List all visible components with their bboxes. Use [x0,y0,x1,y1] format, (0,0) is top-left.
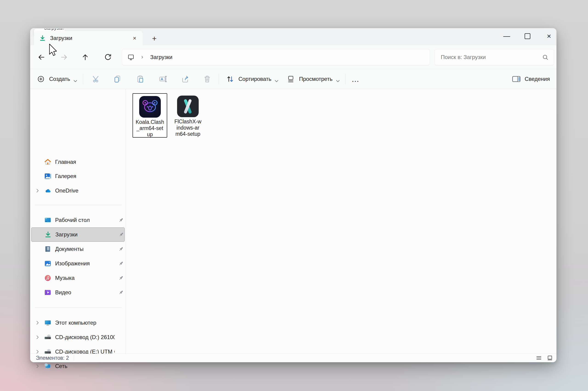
breadcrumb-chevron-icon [140,55,144,59]
refresh-icon [104,53,112,61]
breadcrumb-location[interactable]: Загрузки [150,54,172,60]
paste-icon [135,74,145,84]
computer-icon [44,319,51,326]
maximize-button[interactable] [520,30,535,42]
delete-button[interactable] [202,69,212,89]
details-pane-button[interactable]: Сведения [511,69,550,89]
expand-chevron-icon[interactable] [34,188,40,194]
rename-button[interactable] [158,69,168,89]
status-bar: Элементов: 2 [30,354,556,362]
rename-icon [158,74,168,84]
forward-button[interactable] [58,51,70,63]
file-name-line: indows-ar [170,125,206,131]
details-pane-icon [511,74,521,84]
search-input[interactable] [440,54,542,61]
pictures-icon [44,260,51,267]
close-button[interactable]: × [542,30,556,42]
sidebar-item-this-pc[interactable]: Этот компьютер [31,316,125,330]
sidebar-item-label: OneDrive [55,188,115,194]
expand-chevron-icon[interactable] [34,363,40,369]
minimize-button[interactable]: — [499,30,514,42]
create-label: Создать [49,76,70,82]
refresh-button[interactable] [102,51,114,63]
chevron-down-icon [73,77,78,81]
tab-title: Загрузки [50,35,131,41]
videos-icon [44,289,51,296]
back-button[interactable] [35,51,47,63]
chevron-down-icon [274,77,279,81]
sidebar-item-label: Музыка [55,275,115,281]
create-button[interactable]: Создать [36,69,78,89]
sidebar-item-label: CD-дисковод (D:) 26100.4349 [55,334,115,340]
sidebar-item-desktop[interactable]: Рабочий стол [31,213,125,227]
sort-button[interactable]: Сортировать [225,69,279,89]
details-view-toggle[interactable] [536,355,542,361]
sidebar-item-home[interactable]: Главная [31,155,125,169]
sidebar-item-gallery[interactable]: Галерея [31,169,125,183]
pin-icon [118,246,124,252]
flclashx-app-icon [177,96,199,117]
pin-icon [118,232,124,238]
expand-chevron-icon[interactable] [34,334,40,340]
ellipsis-icon: … [351,74,360,84]
maximize-icon [525,33,530,39]
sort-label: Сортировать [239,76,271,82]
tab-tooltip-text: Загрузки [44,29,64,31]
file-list-area[interactable]: Koala.Clash _arm64-set up FlClashX-w ind… [126,89,556,354]
desktop-icon [44,216,51,224]
sidebar-item-label: Видео [55,289,115,296]
view-button[interactable]: Просмотреть [286,69,340,89]
gallery-icon [44,173,51,180]
cut-button[interactable] [91,69,101,89]
sidebar-item-onedrive[interactable]: OneDrive [31,184,125,197]
paste-button[interactable] [135,69,145,89]
tab-strip: Загрузки Загрузки × + — × [30,28,556,45]
network-icon [44,363,51,370]
sidebar-item-label: Этот компьютер [55,319,115,326]
onedrive-icon [44,187,51,194]
view-icon [286,74,296,84]
content-area: Главная Галерея OneDrive [30,89,556,354]
sidebar-item-cd-drive-d[interactable]: CD-дисковод (D:) 26100.4349 [31,330,125,344]
sidebar-item-label: Галерея [55,173,115,180]
command-toolbar: Создать [30,69,556,89]
copy-button[interactable] [112,69,122,89]
large-icons-view-toggle[interactable] [547,355,553,361]
music-icon [44,274,51,282]
tab-downloads[interactable]: Загрузки × [34,31,143,45]
search-icon[interactable] [542,54,549,61]
download-icon [44,231,52,238]
cd-drive-icon [44,334,51,341]
plus-circle-icon [36,74,46,84]
up-arrow-icon [81,53,89,61]
file-name-line: Koala.Clash [133,119,167,125]
search-box[interactable] [434,49,554,65]
cut-icon [91,74,101,84]
tab-close-button[interactable]: × [131,34,139,42]
pin-icon [118,261,124,267]
file-flclashx-setup[interactable]: FlClashX-w indows-ar m64-setup [170,93,206,137]
sidebar-item-downloads[interactable]: Загрузки [31,227,125,242]
items-count: Элементов: 2 [36,355,69,361]
this-pc-icon[interactable] [127,54,135,61]
sidebar-item-videos[interactable]: Видео [31,286,125,299]
copy-icon [112,74,122,84]
file-koala-clash-setup[interactable]: Koala.Clash _arm64-set up [133,93,167,138]
sidebar-item-documents[interactable]: Документы [31,242,125,256]
up-button[interactable] [79,51,91,63]
new-tab-button[interactable]: + [149,33,160,43]
toolbar-divider [83,74,83,84]
more-options-button[interactable]: … [351,69,360,89]
address-bar[interactable]: Загрузки [122,49,430,65]
expand-chevron-icon[interactable] [34,320,40,326]
share-button[interactable] [180,69,190,89]
sidebar-separator [35,205,122,205]
forward-arrow-icon [60,53,68,61]
file-name-line: _arm64-set [133,125,167,131]
file-name-line: up [133,131,167,138]
sidebar-item-label: Документы [55,246,115,252]
sidebar-item-pictures[interactable]: Изображения [31,257,125,270]
sidebar-item-music[interactable]: Музыка [31,271,125,285]
trash-icon [202,74,212,84]
sidebar-item-label: Главная [55,159,115,165]
